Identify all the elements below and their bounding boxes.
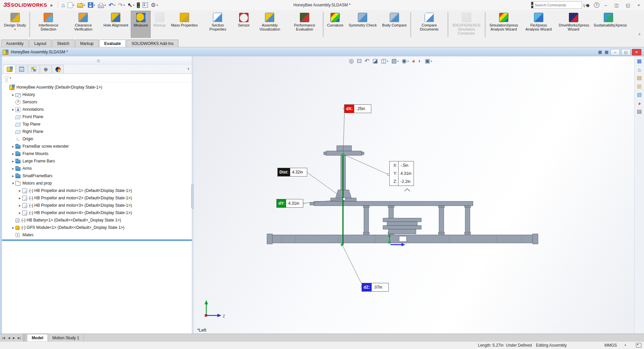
logo-flyout-arrow-icon[interactable]: ▶	[51, 3, 53, 7]
tab-markup[interactable]: Markup	[75, 40, 99, 47]
user-account-icon[interactable]: ☻	[585, 2, 591, 8]
ribbon-separator[interactable]: ▾	[410, 12, 411, 37]
status-units[interactable]: MMGS	[604, 343, 617, 348]
view-orientation-icon[interactable]: ◫ ▾	[381, 58, 388, 64]
units-caret-icon[interactable]: ▴	[625, 343, 626, 346]
dropdown-caret-icon[interactable]: ▾	[387, 60, 388, 63]
search-input[interactable]	[533, 3, 584, 7]
tree-item[interactable]: Frame Mounts	[2, 150, 192, 157]
document-minimize-button[interactable]: –	[610, 49, 620, 55]
assembly-visualization-button[interactable]: Assembly Visualization ▾	[252, 11, 287, 38]
redo-icon[interactable]: ↷ ▾	[117, 2, 126, 9]
options-form-icon[interactable]: ▾	[141, 2, 149, 8]
dropdown-caret-icon[interactable]: ▾	[105, 4, 106, 7]
edit-appearance-icon[interactable]: ◕ ▾	[412, 58, 415, 64]
display-style-icon[interactable]: ▧ ▾	[391, 58, 398, 64]
expand-arrow-icon[interactable]	[17, 189, 22, 193]
mass-properties-button[interactable]: Mass Properties ▾	[168, 11, 200, 38]
dropdown-caret-icon[interactable]: ▾	[157, 4, 158, 7]
compare-documents-button[interactable]: Compare Documents ▾	[412, 11, 447, 38]
dropdown-caret-icon[interactable]: ▾	[431, 60, 432, 63]
design-library-icon[interactable]: ▤	[636, 74, 643, 81]
tile-windows-icon[interactable]: ▦	[597, 50, 602, 54]
tree-item[interactable]: Large Frame Bars	[2, 157, 192, 165]
tree-item[interactable]: History	[2, 91, 192, 98]
ribbon-separator[interactable]: ▾	[323, 12, 324, 37]
hole-alignment-button[interactable]: Hole Alignment ▾	[101, 11, 131, 38]
minimize-button[interactable]: –	[603, 3, 609, 8]
tree-item[interactable]: Right Plane	[2, 128, 192, 135]
ribbon-separator[interactable]: ▾	[29, 12, 30, 37]
search-icon[interactable]	[584, 4, 584, 7]
view-settings-icon[interactable]: ▣ ▾	[425, 58, 432, 64]
assembly-model-canvas[interactable]: Z	[194, 56, 635, 334]
new-document-icon[interactable]: ▾	[66, 2, 76, 9]
markup-button[interactable]: Markup ▾	[151, 11, 168, 38]
close-button[interactable]: ×	[635, 3, 642, 8]
sustainabilityxpress-button[interactable]: SustainabilityXpress ▾	[591, 11, 626, 38]
panel-collapse-handle[interactable]	[97, 59, 100, 62]
dropdown-caret-icon[interactable]: ▾	[407, 60, 409, 63]
undo-icon[interactable]: ↶ ▾	[107, 2, 117, 9]
solidworks-resources-icon[interactable]: ⌂	[636, 66, 643, 73]
tree-item[interactable]: Sensors	[2, 98, 192, 106]
dropdown-caret-icon[interactable]: ▾	[123, 4, 125, 7]
clearance-verification-button[interactable]: Clearance Verification ▾	[66, 11, 101, 38]
dropdown-caret-icon[interactable]: ▾	[73, 4, 74, 7]
tab-layout[interactable]: Layout	[29, 40, 51, 47]
document-close-button[interactable]: ×	[632, 49, 641, 55]
threedexperience-marketplace-icon[interactable]: ▦	[636, 58, 643, 64]
cascade-windows-icon[interactable]: ▦	[604, 50, 609, 54]
expand-arrow-icon[interactable]	[17, 203, 22, 208]
filter-funnel-icon[interactable]	[4, 77, 9, 79]
custom-properties-icon[interactable]: ▤	[636, 108, 643, 115]
settings-gear-icon[interactable]: ⚙ ▾	[149, 2, 159, 9]
filter-caret-icon[interactable]: ▾	[10, 77, 11, 80]
expand-arrow-icon[interactable]	[11, 181, 15, 186]
measure-dy-callout[interactable]: dY: 4.31in	[276, 199, 303, 208]
expand-arrow-icon[interactable]	[17, 196, 22, 200]
tree-item[interactable]: (-) HB Battery<1> (Default<<Default>_Dis…	[2, 216, 192, 224]
sensor-button[interactable]: Sensor ▾	[235, 11, 252, 38]
previous-tab-button[interactable]: ◀	[7, 336, 11, 340]
dropdown-caret-icon[interactable]: ▾	[94, 4, 95, 7]
flyout-caret-icon[interactable]: ▾	[14, 28, 16, 31]
document-window-titlebar[interactable]: HoneyBee Assembly.SLDASM * ▦ ▦ – ◱ ×	[0, 47, 644, 57]
ribbon-separator[interactable]: ▾	[447, 12, 448, 37]
tree-item[interactable]: Arms	[2, 165, 192, 172]
expand-arrow-icon[interactable]	[11, 144, 15, 149]
3d-viewport[interactable]: Z ◎ ▾ ⊡ ▾ ↶ ▾ ◪ ▾ ◫	[194, 56, 635, 334]
home-icon[interactable]: ⌂ ▾	[60, 2, 66, 9]
performance-evaluation-button[interactable]: Performance Evaluation ▾	[287, 11, 322, 38]
motion-study-1-tab[interactable]: Motion Study 1	[48, 334, 84, 342]
tree-item[interactable]: Front Plane	[2, 113, 192, 120]
next-tab-button[interactable]: ▶	[12, 336, 16, 340]
hide-show-items-icon[interactable]: ◉ ▾	[402, 58, 409, 64]
tree-item[interactable]: (-) HB Propellor and motor<2> (Default<D…	[2, 194, 192, 202]
dimxpertmanager-tab[interactable]: ⊕	[40, 65, 52, 73]
dropdown-caret-icon[interactable]: ▾	[133, 4, 134, 7]
expand-arrow-icon[interactable]	[11, 159, 15, 163]
measure-xyz-callout[interactable]: X:-.5in Y:4.31in Z:-2.2in	[389, 161, 414, 186]
tree-item[interactable]: (-) GPS Module<1> (Default<<Default>_Dis…	[2, 224, 192, 231]
floxpress-analysis-wizard-button[interactable]: FloXpress Analysis Wizard ▾	[521, 11, 556, 38]
file-explorer-icon[interactable]: ▥	[636, 83, 643, 90]
ribbon-collapse-icon[interactable]: ∧	[638, 32, 641, 36]
propertymanager-tab[interactable]	[16, 65, 28, 73]
dropdown-caret-icon[interactable]: ▾	[397, 60, 399, 63]
tree-item[interactable]: (-) HB Propellor and motor<1> (Default<D…	[2, 187, 192, 194]
tree-filter-row[interactable]: ▾	[2, 74, 192, 82]
dropdown-caret-icon[interactable]: ▾	[84, 4, 85, 7]
threedexperience-simulation-connector-button[interactable]: 3DEXPERIENCE Simulation Connector ▾	[449, 11, 484, 38]
measure-button[interactable]: Measure ▾	[131, 11, 151, 38]
tree-item[interactable]: (-) HB Propellor and motor<3> (Default<D…	[2, 202, 192, 209]
tab-evaluate[interactable]: Evaluate	[99, 40, 126, 47]
save-icon[interactable]: ▾	[87, 2, 97, 8]
expand-arrow-icon[interactable]	[11, 93, 15, 97]
rebuild-traffic-light-icon[interactable]: ▾	[136, 2, 141, 9]
tree-item[interactable]: Mates	[2, 231, 192, 239]
print-icon[interactable]: ▾	[97, 2, 107, 9]
zoom-to-area-icon[interactable]: ⊡ ▾	[357, 58, 362, 64]
simulationxpress-analysis-wizard-button[interactable]: SimulationXpress Analysis Wizard ▾	[486, 11, 521, 38]
driveworksxpress-wizard-button[interactable]: DriveWorksXpress Wizard ▾	[556, 11, 591, 38]
